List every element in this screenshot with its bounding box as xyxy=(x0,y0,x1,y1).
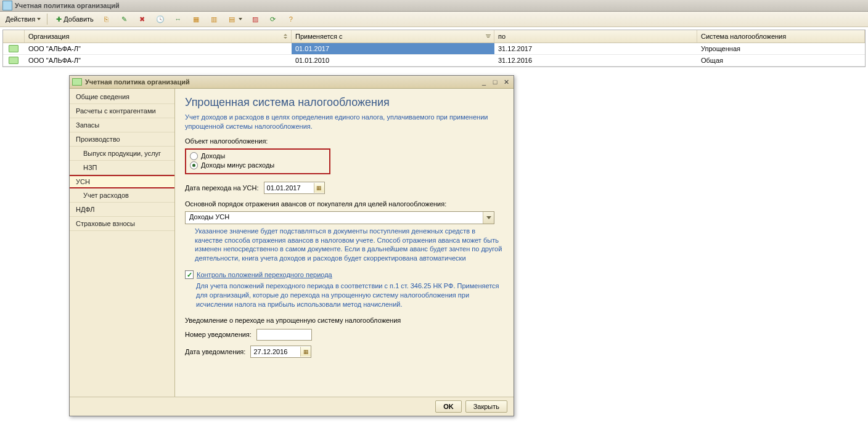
minimize-button[interactable]: _ xyxy=(479,78,489,86)
nav-production[interactable]: Производство xyxy=(70,132,174,147)
help-icon: ? xyxy=(286,14,296,24)
nav-insurance[interactable]: Страховые взносы xyxy=(70,217,174,231)
clear-filter-button[interactable]: ▨ xyxy=(247,12,263,26)
table-row[interactable]: ООО "АЛЬФА-Л" 01.01.2010 31.12.2016 Обща… xyxy=(3,55,865,67)
table-row[interactable]: ООО "АЛЬФА-Л" 01.01.2017 31.12.2017 Упро… xyxy=(3,43,865,55)
row-icon xyxy=(9,57,18,64)
main-toolbar: Действия ✚ Добавить ⎘ ✎ ✖ 🕓 ↔ ▦ ▥ ▤ ▨ ⟳ … xyxy=(0,12,868,27)
tax-object-group: Доходы Доходы минус расходы xyxy=(185,148,330,174)
maximize-button[interactable]: □ xyxy=(490,78,500,86)
col-to[interactable]: по xyxy=(494,30,697,42)
advance-select[interactable]: Доходы УСН xyxy=(185,211,494,224)
content-desc: Учет доходов и расходов в целях определе… xyxy=(185,113,504,131)
notif-date-field[interactable]: ▦ xyxy=(250,346,311,358)
col-icon[interactable] xyxy=(3,30,25,42)
filter2-button[interactable]: ▥ xyxy=(206,12,222,26)
advance-help: Указанное значение будет подставляться в… xyxy=(195,227,503,263)
actions-menu[interactable]: Действия xyxy=(2,12,44,26)
nav-icon: ↔ xyxy=(173,14,183,24)
copy-icon: ⎘ xyxy=(102,14,112,24)
col-sys[interactable]: Система налогообложения xyxy=(697,30,865,42)
grid-header: Организация Применяется с по Система нал… xyxy=(3,30,865,43)
filter1-button[interactable]: ▦ xyxy=(188,12,204,26)
policy-grid: Организация Применяется с по Система нал… xyxy=(2,30,866,67)
nav-general[interactable]: Общие сведения xyxy=(70,90,174,104)
notif-date-input[interactable] xyxy=(251,348,300,355)
nav-ndfl[interactable]: НДФЛ xyxy=(70,203,174,217)
nav-output[interactable]: Выпуск продукции, услуг xyxy=(70,147,174,161)
radio-income-minus-row[interactable]: Доходы минус расходы xyxy=(190,161,326,169)
clear-filter-icon: ▨ xyxy=(250,14,260,24)
reload-button[interactable]: ⟳ xyxy=(265,12,281,26)
help-button[interactable]: ? xyxy=(283,12,299,26)
dialog-content: Упрощенная система налогообложения Учет … xyxy=(175,89,514,397)
notif-number-input[interactable] xyxy=(256,329,312,341)
main-titlebar: Учетная политика организаций xyxy=(0,0,868,12)
svg-rect-2 xyxy=(487,37,489,38)
filter3-button[interactable]: ▤ xyxy=(224,12,245,26)
object-label: Объект налогообложения: xyxy=(185,137,504,145)
dialog-titlebar[interactable]: Учетная политика организаций _ □ ✕ xyxy=(70,76,514,89)
filter3-icon: ▤ xyxy=(227,14,237,24)
col-from[interactable]: Применяется с xyxy=(292,30,494,42)
clock-icon: 🕓 xyxy=(155,14,165,24)
radio-income-row[interactable]: Доходы xyxy=(190,152,326,160)
app-icon xyxy=(2,1,12,10)
col-org[interactable]: Организация xyxy=(25,30,292,42)
policy-dialog: Учетная политика организаций _ □ ✕ Общие… xyxy=(69,75,514,416)
filter2-icon: ▥ xyxy=(209,14,219,24)
sort-icon xyxy=(282,33,289,39)
content-heading: Упрощенная система налогообложения xyxy=(185,96,504,109)
reload-icon: ⟳ xyxy=(268,14,278,24)
add-button[interactable]: ✚ Добавить xyxy=(51,12,97,26)
calendar-icon[interactable]: ▦ xyxy=(314,183,324,193)
filter-icon: ▦ xyxy=(191,14,201,24)
close-button[interactable]: Закрыть xyxy=(465,400,507,413)
nav-button[interactable]: ↔ xyxy=(170,12,186,26)
nav-stock[interactable]: Запасы xyxy=(70,118,174,132)
transition-date-field[interactable]: ▦ xyxy=(264,182,325,194)
checkbox-help: Для учета положений переходного периода … xyxy=(196,281,504,309)
nav-usn[interactable]: УСН xyxy=(70,175,174,188)
svg-rect-1 xyxy=(486,36,490,36)
pencil-icon: ✎ xyxy=(120,14,129,24)
dialog-footer: OK Закрыть xyxy=(70,397,514,416)
transition-control-checkbox[interactable] xyxy=(185,270,194,279)
notification-heading: Уведомление о переходе на упрощенную сис… xyxy=(185,317,504,324)
advance-label: Основной порядок отражения авансов от по… xyxy=(185,200,504,208)
window-title: Учетная политика организаций xyxy=(15,2,120,9)
transition-date-input[interactable] xyxy=(264,184,314,192)
row-icon xyxy=(9,45,18,52)
ok-button[interactable]: OK xyxy=(435,400,462,413)
transition-control-label[interactable]: Контроль положений переходного периода xyxy=(197,271,332,278)
nav-expenses[interactable]: Учет расходов xyxy=(70,188,174,203)
notif-date-label: Дата уведомления: xyxy=(185,348,245,355)
dialog-nav: Общие сведения Расчеты с контрагентами З… xyxy=(70,89,175,397)
dropdown-icon[interactable] xyxy=(483,212,494,224)
calendar-icon[interactable]: ▦ xyxy=(300,347,311,357)
edit-button[interactable]: ✎ xyxy=(117,12,133,26)
sort-desc-icon xyxy=(485,33,491,39)
delete-button[interactable]: ✖ xyxy=(134,12,150,26)
radio-income-minus[interactable] xyxy=(190,161,198,169)
radio-income[interactable] xyxy=(190,152,198,160)
refresh-time-button[interactable]: 🕓 xyxy=(152,12,168,26)
plus-icon: ✚ xyxy=(54,14,63,24)
nav-contractors[interactable]: Расчеты с контрагентами xyxy=(70,104,174,118)
notif-number-label: Номер уведомления: xyxy=(185,331,252,338)
svg-rect-0 xyxy=(486,34,491,35)
close-window-button[interactable]: ✕ xyxy=(501,78,511,86)
nav-nzp[interactable]: НЗП xyxy=(70,161,174,175)
dialog-icon xyxy=(72,78,82,86)
copy-button[interactable]: ⎘ xyxy=(99,12,115,26)
delete-icon: ✖ xyxy=(137,14,147,24)
transition-date-label: Дата перехода на УСН: xyxy=(185,184,259,192)
dialog-title: Учетная политика организаций xyxy=(85,78,478,86)
